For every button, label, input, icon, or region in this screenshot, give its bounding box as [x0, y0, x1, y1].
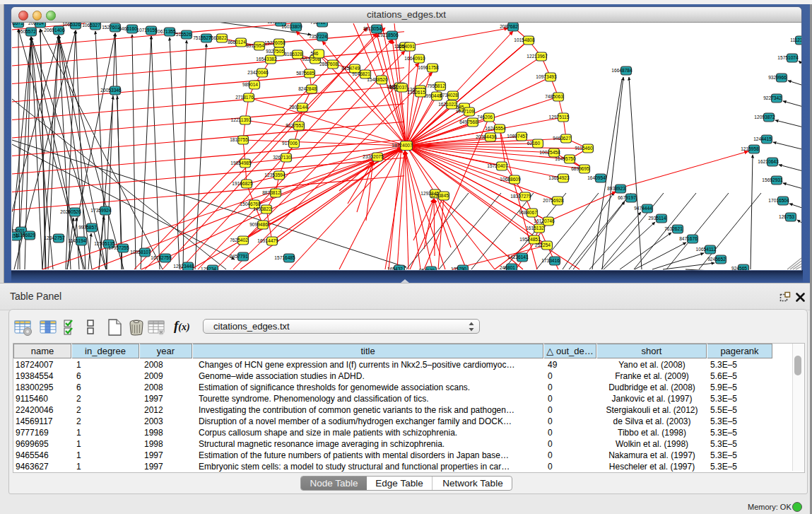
svg-text:165432: 165432	[387, 267, 403, 270]
svg-text:7632621: 7632621	[664, 226, 683, 231]
svg-text:989014: 989014	[242, 82, 258, 87]
svg-text:246801: 246801	[500, 265, 515, 270]
svg-text:17359924: 17359924	[90, 208, 112, 213]
svg-text:19524851: 19524851	[519, 237, 541, 242]
svg-text:1621022: 1621022	[438, 102, 457, 107]
svg-text:8938923: 8938923	[607, 186, 625, 191]
svg-text:9327505: 9327505	[266, 49, 284, 54]
svg-text:8454749: 8454749	[341, 66, 360, 71]
svg-text:1145194: 1145194	[68, 238, 86, 243]
svg-text:8242848: 8242848	[298, 86, 317, 91]
svg-text:9474444: 9474444	[634, 206, 652, 211]
svg-text:8471676: 8471676	[679, 236, 698, 241]
svg-text:16640910: 16640910	[404, 56, 425, 61]
svg-text:12353594: 12353594	[264, 173, 286, 177]
svg-text:15716485: 15716485	[274, 255, 295, 260]
svg-text:7625402: 7625402	[230, 238, 248, 243]
svg-text:11156829: 11156829	[16, 233, 36, 238]
svg-text:16782759: 16782759	[151, 255, 172, 260]
svg-text:16033809: 16033809	[281, 24, 302, 29]
svg-text:12342757: 12342757	[44, 235, 65, 240]
svg-text:924565: 924565	[731, 266, 747, 270]
svg-text:252254: 252254	[535, 243, 551, 247]
svg-text:17957255: 17957255	[108, 245, 129, 250]
svg-text:9457791: 9457791	[230, 254, 248, 259]
svg-text:1493822: 1493822	[253, 206, 271, 211]
svg-text:10654112: 10654112	[696, 247, 717, 252]
svg-text:735722: 735722	[310, 23, 326, 25]
svg-text:14136141: 14136141	[507, 255, 529, 259]
svg-text:2867608: 2867608	[319, 62, 338, 66]
svg-text:12213967: 12213967	[526, 54, 548, 59]
svg-text:15226058: 15226058	[264, 40, 286, 45]
svg-text:10025458: 10025458	[539, 150, 560, 155]
svg-text:2087682: 2087682	[500, 24, 518, 29]
svg-text:9777109: 9777109	[456, 109, 474, 114]
svg-text:6899695: 6899695	[571, 166, 589, 171]
svg-text:6679197: 6679197	[618, 195, 636, 200]
svg-text:20691406: 20691406	[44, 28, 65, 33]
svg-text:9245652: 9245652	[707, 257, 726, 262]
svg-text:16495750: 16495750	[555, 156, 576, 161]
svg-text:23420046: 23420046	[247, 70, 269, 75]
svg-text:20364436: 20364436	[476, 134, 497, 139]
svg-text:10973493: 10973493	[536, 74, 557, 79]
svg-text:1810755: 1810755	[230, 137, 248, 142]
svg-text:19854985: 19854985	[230, 160, 252, 165]
svg-text:9463627: 9463627	[553, 136, 571, 141]
svg-text:12923448: 12923448	[173, 264, 194, 269]
svg-text:6466160: 6466160	[119, 26, 137, 31]
svg-text:15720407: 15720407	[487, 163, 508, 168]
svg-text:9099486: 9099486	[249, 222, 268, 227]
svg-text:10688609: 10688609	[500, 177, 521, 182]
svg-text:16648784: 16648784	[611, 68, 632, 73]
svg-text:9975857: 9975857	[78, 225, 97, 230]
svg-text:18307279: 18307279	[510, 194, 531, 199]
svg-text:917006: 917006	[282, 141, 298, 146]
svg-text:23302075: 23302075	[363, 154, 384, 159]
svg-text:10154808: 10154808	[514, 37, 535, 42]
svg-text:8186328: 8186328	[284, 52, 302, 57]
svg-text:16914479: 16914479	[257, 238, 278, 243]
svg-text:62160: 62160	[527, 141, 541, 146]
svg-text:16245554: 16245554	[485, 126, 506, 131]
svg-text:20053346: 20053346	[100, 88, 122, 93]
svg-text:9115460: 9115460	[575, 146, 593, 151]
svg-text:129234: 129234	[201, 267, 216, 270]
svg-text:1065327: 1065327	[82, 23, 100, 28]
svg-text:15046768: 15046768	[240, 201, 261, 206]
svg-text:1362615: 1362615	[407, 90, 425, 95]
svg-text:13654923: 13654923	[548, 175, 570, 180]
svg-text:2718176: 2718176	[235, 95, 254, 100]
svg-text:10958107: 10958107	[130, 250, 151, 255]
svg-text:5875685: 5875685	[296, 71, 314, 76]
svg-text:7515526: 7515526	[173, 32, 192, 37]
svg-text:15692931: 15692931	[762, 177, 783, 182]
svg-text:11123: 11123	[790, 37, 801, 42]
svg-text:10807457: 10807457	[507, 134, 528, 139]
svg-text:3267130: 3267130	[273, 155, 291, 160]
svg-text:8873812: 8873812	[262, 190, 281, 195]
svg-text:8912954: 8912954	[246, 43, 264, 48]
svg-text:1293845: 1293845	[430, 193, 449, 198]
svg-text:19166825: 19166825	[232, 181, 253, 186]
svg-text:19218506: 19218506	[377, 33, 399, 37]
svg-text:7955812: 7955812	[427, 83, 445, 88]
svg-text:9329966: 9329966	[768, 75, 787, 80]
svg-text:8822037: 8822037	[389, 85, 407, 90]
svg-text:16120746: 16120746	[534, 218, 555, 223]
svg-text:6734028: 6734028	[440, 93, 458, 98]
svg-text:1664091: 1664091	[396, 44, 415, 49]
svg-text:2935114: 2935114	[648, 216, 666, 221]
svg-text:15751074: 15751074	[777, 55, 799, 60]
svg-text:20756928: 20756928	[543, 198, 564, 203]
svg-text:1065326: 1065326	[62, 23, 81, 27]
svg-text:16210643: 16210643	[758, 159, 779, 164]
svg-text:1640954: 1640954	[587, 175, 606, 180]
svg-text:206914: 206914	[28, 23, 44, 25]
svg-text:135790: 135790	[451, 267, 466, 270]
svg-text:8813054: 8813054	[363, 26, 382, 31]
svg-text:18724007: 18724007	[392, 143, 413, 148]
svg-text:746206: 746206	[477, 115, 493, 119]
svg-text:2803144: 2803144	[289, 105, 307, 110]
